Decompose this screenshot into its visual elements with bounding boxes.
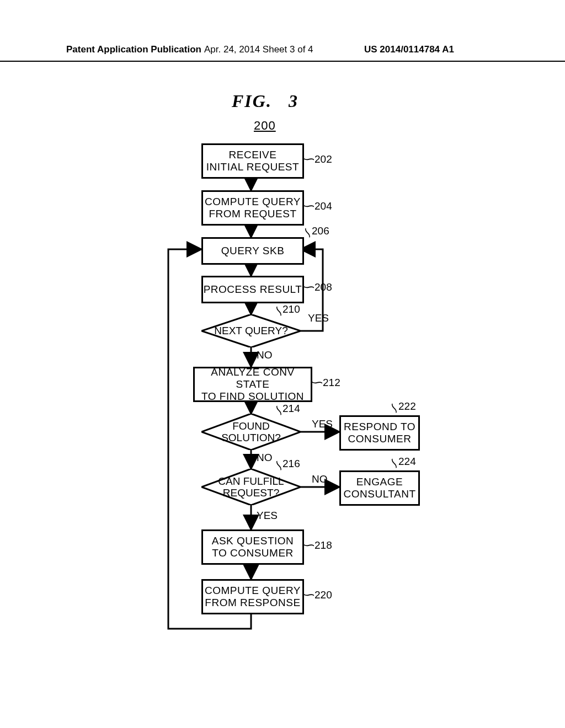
step-process-result: PROCESS RESULT xyxy=(201,276,304,303)
step-receive-initial-request: RECEIVE INITIAL REQUEST xyxy=(201,143,304,179)
decision-text-line: CAN FULFILL xyxy=(201,476,301,488)
step-compute-query-from-response: COMPUTE QUERY FROM RESPONSE xyxy=(201,579,304,614)
leader-tick-icon: ⁓ xyxy=(303,281,315,292)
step-text: CONSUMER xyxy=(348,433,412,445)
step-text: TO CONSUMER xyxy=(212,547,294,559)
decision-text-line: REQUEST? xyxy=(201,488,301,499)
figure-title: FIG. 3 xyxy=(232,91,299,111)
edge-yes: YES xyxy=(257,510,278,522)
figure-title-prefix: FIG. xyxy=(232,91,272,111)
ref-210: 210 xyxy=(282,303,300,315)
ref-202: 202 xyxy=(315,153,332,165)
step-text: TO FIND SOLUTION xyxy=(201,390,304,403)
decision-found-solution: FOUND SOLUTION? xyxy=(201,414,301,450)
figure-title-num: 3 xyxy=(289,91,299,111)
leader-tick-icon: ⁓ xyxy=(303,539,315,550)
edge-no: NO xyxy=(257,452,273,464)
leader-tick-icon: ⁓ xyxy=(303,589,315,600)
decision-can-fulfill-request: CAN FULFILL REQUEST? xyxy=(201,469,301,505)
ref-206: 206 xyxy=(312,225,329,237)
figure-ref: 200 xyxy=(254,119,276,133)
ref-220: 220 xyxy=(315,589,332,601)
step-text: ENGAGE xyxy=(356,476,403,488)
header-right: US 2014/0114784 A1 xyxy=(364,44,454,55)
step-text: ANALYZE CONV STATE xyxy=(195,366,311,390)
edge-yes: YES xyxy=(312,418,333,430)
leader-tick-icon: ⁓ xyxy=(312,377,323,388)
step-ask-question-to-consumer: ASK QUESTION TO CONSUMER xyxy=(201,529,304,565)
step-text: FROM REQUEST xyxy=(209,208,296,220)
step-analyze-conv-state: ANALYZE CONV STATE TO FIND SOLUTION xyxy=(193,367,312,402)
edge-no: NO xyxy=(257,349,273,361)
ref-216: 216 xyxy=(282,458,300,470)
decision-text: FOUND SOLUTION? xyxy=(201,421,301,444)
decision-text: NEXT QUERY? xyxy=(201,325,301,337)
leader-tick-icon: ⁓ xyxy=(303,200,315,211)
edge-yes: YES xyxy=(308,312,329,324)
ref-224: 224 xyxy=(398,456,416,468)
ref-204: 204 xyxy=(315,200,332,212)
step-text: PROCESS RESULT xyxy=(204,283,302,296)
flowchart: RECEIVE INITIAL REQUEST ⁓ 202 COMPUTE QU… xyxy=(160,143,419,684)
decision-text: CAN FULFILL REQUEST? xyxy=(201,476,301,499)
decision-next-query: NEXT QUERY? xyxy=(201,314,301,347)
edge-no: NO xyxy=(312,473,328,485)
ref-208: 208 xyxy=(315,281,332,293)
step-query-skb: QUERY SKB xyxy=(201,237,304,265)
step-text: CONSULTANT xyxy=(344,488,416,500)
step-engage-consultant: ENGAGE CONSULTANT xyxy=(339,470,420,506)
decision-text-line: SOLUTION? xyxy=(201,432,301,444)
step-respond-to-consumer: RESPOND TO CONSUMER xyxy=(339,415,420,451)
step-compute-query-from-request: COMPUTE QUERY FROM REQUEST xyxy=(201,190,304,226)
step-text: RESPOND TO xyxy=(344,421,415,433)
ref-218: 218 xyxy=(315,539,332,552)
ref-212: 212 xyxy=(323,377,340,389)
ref-214: 214 xyxy=(282,403,300,415)
step-text: FROM RESPONSE xyxy=(205,597,300,609)
header-center: Apr. 24, 2014 Sheet 3 of 4 xyxy=(204,44,313,55)
step-text: QUERY SKB xyxy=(221,245,285,257)
page-header: Patent Application Publication Apr. 24, … xyxy=(0,44,565,62)
page: Patent Application Publication Apr. 24, … xyxy=(0,0,565,728)
step-text: COMPUTE QUERY xyxy=(205,196,301,208)
step-text: RECEIVE xyxy=(229,149,277,161)
step-text: ASK QUESTION xyxy=(212,535,294,547)
leader-tick-icon: ⁓ xyxy=(303,153,315,164)
decision-text-line: FOUND xyxy=(201,421,301,432)
ref-222: 222 xyxy=(398,400,416,413)
step-text: INITIAL REQUEST xyxy=(206,161,299,173)
header-left: Patent Application Publication xyxy=(66,44,201,55)
step-text: COMPUTE QUERY xyxy=(205,585,301,597)
